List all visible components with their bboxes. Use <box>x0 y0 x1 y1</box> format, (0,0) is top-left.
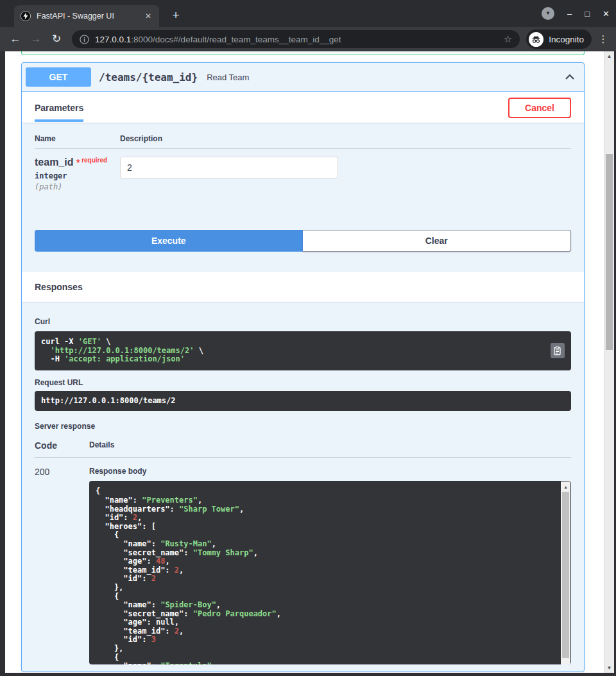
server-response-label: Server response <box>35 422 571 431</box>
bookmark-star-icon[interactable]: ☆ <box>504 33 512 45</box>
request-url-value: http://127.0.0.1:8000/teams/2 <box>41 396 176 405</box>
method-badge: GET <box>26 67 91 87</box>
collapse-chevron-icon[interactable] <box>563 71 576 83</box>
curl-command-block: curl -X 'GET' \ 'http://127.0.0.1:8000/t… <box>35 331 571 370</box>
browser-tab[interactable]: FastAPI - Swagger UI ✕ <box>14 5 159 27</box>
request-url-block: http://127.0.0.1:8000/teams/2 <box>35 391 571 412</box>
parameter-name: team_id * required <box>35 157 120 168</box>
page-scrollbar-thumb[interactable] <box>606 154 613 350</box>
previous-opblock-edge <box>21 51 585 55</box>
parameters-table-head: Name Description <box>35 134 571 149</box>
parameter-location: (path) <box>35 182 120 191</box>
scroll-up-icon[interactable]: ▲ <box>561 483 570 492</box>
opblock-summary[interactable]: GET /teams/{team_id} Read Team <box>22 63 584 92</box>
scroll-up-icon[interactable]: ▲ <box>604 53 614 59</box>
maximize-button[interactable]: □ <box>585 9 590 19</box>
details-column-header: Details <box>89 440 114 451</box>
address-bar[interactable]: 127.0.0.1:8000/docs#/default/read_team_t… <box>72 30 520 48</box>
parameter-type: integer <box>35 171 120 180</box>
response-table-head: Code Details <box>35 440 571 458</box>
response-body-scrollbar[interactable]: ▲ <box>561 481 570 664</box>
parameters-header: Parameters Cancel <box>22 92 584 123</box>
parameter-row: team_id * required integer (path) <box>35 149 571 191</box>
responses-body: Curl curl -X 'GET' \ 'http://127.0.0.1:8… <box>22 302 584 664</box>
reload-button[interactable]: ↻ <box>47 30 65 48</box>
incognito-badge: Incognito <box>526 30 592 49</box>
tab-search-icon[interactable]: ▼ <box>542 7 554 20</box>
response-row: 200 Response body { "name": "Preventers"… <box>35 458 571 664</box>
minimize-button[interactable]: – <box>567 9 572 19</box>
page-scrollbar[interactable]: ▲ ▼ <box>604 51 614 673</box>
response-scrollbar-thumb[interactable] <box>562 492 569 658</box>
tab-close-icon[interactable]: ✕ <box>142 10 154 22</box>
url-path: :8000/docs#/default/read_team_teams__tea… <box>131 35 341 44</box>
column-name: Name <box>35 134 120 143</box>
forward-button[interactable]: → <box>27 30 45 48</box>
close-window-button[interactable]: ✕ <box>603 9 610 19</box>
execute-button[interactable]: Execute <box>35 230 303 252</box>
opblock-get-read-team: GET /teams/{team_id} Read Team Parameter… <box>21 62 585 672</box>
response-body-label: Response body <box>89 467 571 476</box>
tab-title: FastAPI - Swagger UI <box>37 12 142 21</box>
response-details-cell: Response body { "name": "Preventers", "h… <box>89 467 571 664</box>
request-url-label: Request URL <box>35 378 571 387</box>
swagger-ui: GET /teams/{team_id} Read Team Parameter… <box>21 51 585 672</box>
code-column-header: Code <box>35 440 89 451</box>
window-frame: GET /teams/{team_id} Read Team Parameter… <box>0 51 616 676</box>
required-label: required <box>80 157 107 164</box>
url-text[interactable]: 127.0.0.1:8000/docs#/default/read_team_t… <box>95 35 499 44</box>
status-code: 200 <box>35 467 89 664</box>
url-host: 127.0.0.1 <box>95 35 131 44</box>
parameters-table: Name Description team_id * required inte… <box>22 123 584 191</box>
page-viewport: GET /teams/{team_id} Read Team Parameter… <box>5 51 604 673</box>
back-button[interactable]: ← <box>6 30 24 48</box>
browser-window: FastAPI - Swagger UI ✕ + ▼ – □ ✕ ← → ↻ 1… <box>0 0 616 676</box>
parameter-value-cell <box>120 157 338 191</box>
curl-label: Curl <box>35 317 571 326</box>
parameters-title: Parameters <box>35 99 83 122</box>
window-controls: ▼ – □ ✕ <box>542 0 610 27</box>
responses-header: Responses <box>22 272 584 302</box>
responses-title: Responses <box>35 282 83 292</box>
tab-bar: FastAPI - Swagger UI ✕ + ▼ – □ ✕ <box>0 0 616 27</box>
team-id-input[interactable] <box>120 157 338 178</box>
incognito-icon <box>529 32 543 47</box>
browser-toolbar: ← → ↻ 127.0.0.1:8000/docs#/default/read_… <box>0 27 616 51</box>
clear-button[interactable]: Clear <box>303 230 572 252</box>
copy-to-clipboard-button[interactable] <box>551 343 565 358</box>
fastapi-favicon-icon <box>21 11 31 21</box>
endpoint-path: /teams/{team_id} <box>99 71 198 83</box>
response-body-block: { "name": "Preventers", "headquarters": … <box>89 481 571 664</box>
cancel-button[interactable]: Cancel <box>508 98 571 118</box>
site-info-icon[interactable] <box>80 35 89 44</box>
execute-row: Execute Clear <box>35 230 571 252</box>
incognito-label: Incognito <box>549 35 584 44</box>
new-tab-button[interactable]: + <box>168 8 184 24</box>
scroll-down-icon[interactable]: ▼ <box>604 665 614 671</box>
browser-menu-icon[interactable]: ⋮ <box>597 33 610 45</box>
parameter-meta: team_id * required integer (path) <box>35 157 120 191</box>
column-description: Description <box>120 134 162 143</box>
endpoint-summary: Read Team <box>207 73 563 82</box>
